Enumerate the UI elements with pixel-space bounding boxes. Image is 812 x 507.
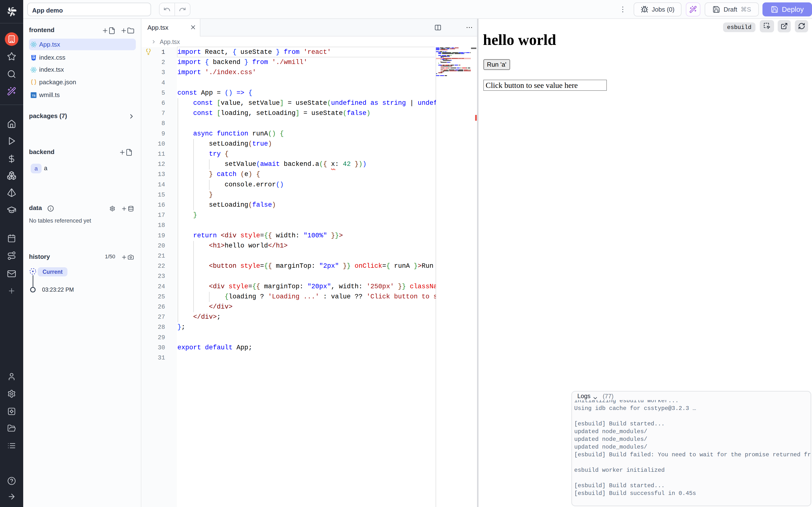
svg-text:TS: TS	[32, 94, 36, 97]
